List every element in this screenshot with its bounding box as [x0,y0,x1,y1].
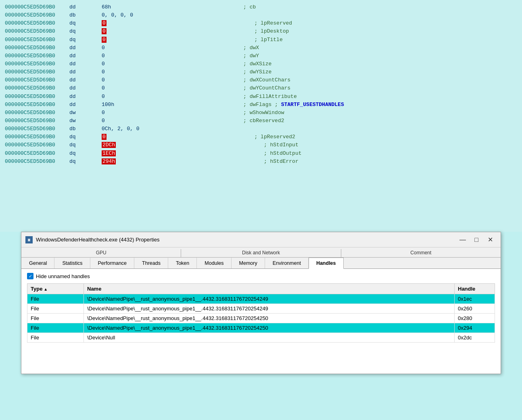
cell-type: File [27,294,84,304]
asm-line: 000000C5ED5D69B0 dd 0 ; dwFillAttribute [5,93,517,101]
col-header-type[interactable]: Type [27,284,84,294]
table-row[interactable]: File\Device\Null0x2dc [27,333,495,343]
asm-line: 000000C5ED5D69B0 dd 0 ; dwXCountChars [5,76,517,84]
cell-name: \Device\NamedPipe\__rust_anonymous_pipe1… [84,323,455,333]
asm-op: dd [69,52,102,60]
asm-blue-label: STARTF_USESTDHANDLES [281,102,344,108]
asm-comment: ; dwFlags ; STARTF_USESTDHANDLES [243,101,344,109]
title-bar: ▣ WindowsDefenderHealthcheck.exe (4432) … [21,232,501,247]
asm-op: dw [69,109,102,117]
asm-highlight: 0 [102,134,106,140]
tab-memory[interactable]: Memory [232,258,265,268]
close-button[interactable]: ✕ [484,235,497,245]
asm-comment: ; hStdInput [264,141,299,149]
asm-line: 000000C5ED5D69B0 dw 0 ; cbReserved2 [5,117,517,125]
hide-unnamed-checkbox[interactable]: ✓ [27,273,33,279]
asm-line: 000000C5ED5D69B0 dq 0 ; lpReserved [5,19,517,27]
hide-unnamed-label: Hide unnamed handles [36,273,90,279]
cell-type: File [27,304,84,314]
asm-highlight: 0 [102,20,106,26]
asm-addr: 000000C5ED5D69B0 [5,133,69,141]
asm-op: dd [69,3,102,11]
cell-handle: 0x1ec [455,294,495,304]
asm-operand: 0 [102,44,243,52]
asm-operand: 100h [102,101,243,109]
asm-operand: 0 [102,60,243,68]
tab-token[interactable]: Token [168,258,197,268]
asm-operand: 0, 0, 0, 0 [102,11,243,19]
tab-statistics[interactable]: Statistics [54,258,90,268]
asm-op: dd [69,101,102,109]
asm-addr: 000000C5ED5D69B0 [5,84,69,92]
tab-group-headers: GPU Disk and Network Comment [21,247,501,258]
asm-line: 000000C5ED5D69B0 dd 68h ; cb [5,3,517,11]
table-row[interactable]: File\Device\NamedPipe\__rust_anonymous_p… [27,314,495,323]
maximize-button[interactable]: □ [470,235,483,245]
asm-addr: 000000C5ED5D69B0 [5,150,69,158]
asm-line: 000000C5ED5D69B0 dq 0 ; lpDesktop [5,27,517,35]
tab-performance[interactable]: Performance [90,258,135,268]
tabs-outer: GPU Disk and Network Comment GeneralStat… [21,247,501,269]
asm-operand: 0 [102,19,254,27]
asm-addr: 000000C5ED5D69B0 [5,76,69,84]
asm-highlight: 2DCh [102,142,116,148]
asm-op: dq [69,19,102,27]
title-buttons: — □ ✕ [456,235,497,245]
asm-comment: ; dwXSize [243,60,271,68]
asm-operand: 68h [102,3,243,11]
tabs-row: GeneralStatisticsPerformanceThreadsToken… [21,258,501,268]
asm-highlight: 1ECh [102,150,116,156]
asm-comment: ; wShowWindow [243,109,284,117]
asm-op: db [69,125,102,133]
asm-addr: 000000C5ED5D69B0 [5,117,69,125]
window-title: WindowsDefenderHealthcheck.exe (4432) Pr… [36,237,456,243]
asm-addr: 000000C5ED5D69B0 [5,68,69,76]
tab-environment[interactable]: Environment [265,258,309,268]
asm-operand: 2DCh [102,141,264,149]
asm-line: 000000C5ED5D69B0 dd 0 ; dwYSize [5,68,517,76]
cell-handle: 0x260 [455,304,495,314]
asm-comment: ; cb [243,3,256,11]
table-row[interactable]: File\Device\NamedPipe\__rust_anonymous_p… [27,294,495,304]
asm-op: dw [69,117,102,125]
asm-highlight: 0 [102,28,106,34]
col-header-handle: Handle [455,284,495,294]
cell-handle: 0x2dc [455,333,495,343]
asm-addr: 000000C5ED5D69B0 [5,141,69,149]
asm-addr: 000000C5ED5D69B0 [5,52,69,60]
tab-handles[interactable]: Handles [309,258,344,269]
asm-addr: 000000C5ED5D69B0 [5,19,69,27]
tab-modules[interactable]: Modules [197,258,231,268]
asm-operand: 0 [102,27,254,35]
asm-addr: 000000C5ED5D69B0 [5,11,69,19]
asm-operand: 294h [102,158,264,166]
asm-line: 000000C5ED5D69B0 dd 0 ; dwXSize [5,60,517,68]
asm-line: 000000C5ED5D69B0 dq 294h ; hStdError [5,158,517,166]
asm-highlight: 294h [102,158,116,164]
asm-op: dd [69,68,102,76]
asm-op: db [69,11,102,19]
asm-op: dd [69,60,102,68]
asm-comment: ; cbReserved2 [243,117,284,125]
minimize-button[interactable]: — [456,235,469,245]
cell-type: File [27,314,84,323]
asm-op: dd [69,76,102,84]
asm-op: dq [69,158,102,166]
asm-line: 000000C5ED5D69B0 dd 0 ; dwY [5,52,517,60]
asm-comment: ; dwXCountChars [243,76,290,84]
asm-op: dq [69,27,102,35]
asm-line: 000000C5ED5D69B0 db 0, 0, 0, 0 [5,11,517,19]
table-row[interactable]: File\Device\NamedPipe\__rust_anonymous_p… [27,323,495,333]
asm-comment: ; dwX [243,44,259,52]
asm-line: 000000C5ED5D69B0 dq 0 ; lpTitle [5,36,517,44]
asm-addr: 000000C5ED5D69B0 [5,93,69,101]
asm-highlight: 0 [102,37,106,43]
asm-operand: 0 [102,36,254,44]
asm-line: 000000C5ED5D69B0 dq 1ECh ; hStdOutput [5,150,517,158]
tab-general[interactable]: General [21,258,54,268]
tab-threads[interactable]: Threads [134,258,168,268]
asm-comment: ; hStdOutput [264,150,302,158]
asm-addr: 000000C5ED5D69B0 [5,3,69,11]
table-row[interactable]: File\Device\NamedPipe\__rust_anonymous_p… [27,304,495,314]
asm-operand: 0 [102,117,243,125]
